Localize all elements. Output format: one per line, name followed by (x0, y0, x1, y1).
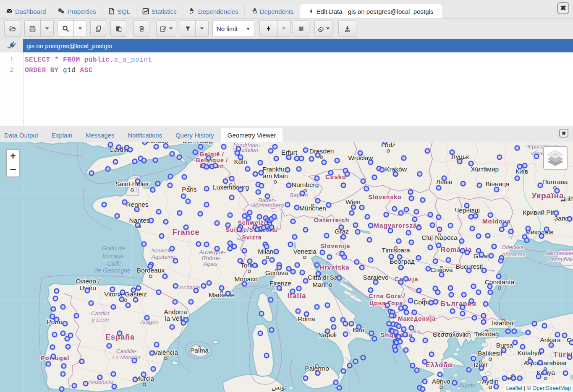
svg-text:Македонија: Македонија (398, 315, 436, 322)
svg-text:Andorra: Andorra (164, 308, 187, 315)
svg-text:Київ: Київ (515, 168, 528, 175)
svg-text:Aragón: Aragón (140, 319, 159, 325)
svg-text:Вінниця: Вінниця (486, 180, 510, 187)
svg-text:Dresden: Dresden (309, 148, 334, 155)
svg-text:Alpes: Alpes (203, 261, 217, 267)
svg-text:Bayern: Bayern (290, 192, 308, 198)
svg-text:Rhône-: Rhône- (202, 255, 221, 261)
svg-text:Balıkesir: Balıkesir (478, 350, 502, 357)
svg-text:Житомир: Житомир (471, 166, 499, 173)
svg-text:Svizra: Svizra (242, 234, 262, 241)
svg-text:Θεσσαλονίκη: Θεσσαλονίκη (433, 331, 471, 338)
svg-text:Monaco: Monaco (234, 275, 257, 283)
svg-text:Cluj-Napoca: Cluj-Napoca (421, 234, 458, 241)
svg-text:Venezia: Venezia (293, 248, 317, 255)
svg-text:Luxembourg: Luxembourg (213, 184, 249, 191)
svg-text:Αθήνα: Αθήνα (432, 378, 450, 385)
svg-text:- Golfe: - Golfe (103, 260, 122, 267)
svg-text:de Gascogne: de Gascogne (94, 267, 131, 274)
svg-text:Auvergne-: Auvergne- (199, 249, 226, 255)
svg-text:Vizcaya: Vizcaya (102, 253, 124, 260)
svg-text:Автономна: Автономна (545, 250, 573, 256)
svg-text:Timișoara: Timișoara (382, 247, 410, 254)
svg-text:Slovenija: Slovenija (321, 243, 350, 249)
svg-text:Crna Gora /: Crna Gora / (369, 293, 405, 299)
svg-text:Paris: Paris (182, 186, 197, 193)
svg-text:Castilla-: Castilla- (116, 348, 137, 354)
svg-text:Београд: Београд (390, 258, 414, 265)
svg-text:Genova: Genova (265, 269, 288, 276)
svg-text:Республіка: Республіка (548, 256, 573, 262)
svg-text:Magyarország: Magyarország (374, 222, 421, 229)
svg-text:область: область (502, 251, 525, 257)
svg-text:Αιγαίο: Αιγαίο (458, 382, 476, 389)
svg-text:Кривий Ріг: Кривий Ріг (523, 209, 555, 216)
svg-text:Ελλάδα: Ελλάδα (426, 361, 453, 369)
svg-text:Tekirdağ: Tekirdağ (474, 330, 499, 337)
svg-text:Italia: Italia (288, 292, 306, 300)
svg-text:y León: y León (92, 317, 109, 323)
svg-text:Österreich: Österreich (314, 216, 349, 223)
svg-text:València: València (154, 349, 178, 356)
svg-text:تونس: تونس (272, 384, 287, 391)
svg-text:Marino: Marino (312, 281, 332, 288)
svg-text:am Main: am Main (263, 172, 288, 179)
svg-text:Oviedo /: Oviedo / (76, 278, 100, 285)
svg-text:Württemberg: Württemberg (251, 202, 284, 208)
svg-text:Slovensko: Slovensko (368, 194, 401, 200)
svg-text:Castilla: Castilla (91, 310, 110, 317)
svg-text:Hrvatska: Hrvatska (319, 264, 349, 271)
svg-text:Frankfurt: Frankfurt (262, 166, 289, 173)
svg-text:Aquitaine: Aquitaine (151, 254, 175, 260)
svg-text:Marseille: Marseille (209, 291, 235, 299)
svg-text:Kütahya: Kütahya (518, 349, 542, 356)
svg-text:Golfo de: Golfo de (102, 245, 125, 252)
svg-text:Nürnberg: Nürnberg (292, 181, 319, 188)
svg-text:Den Haag: Den Haag (183, 142, 212, 144)
svg-text:Palma: Palma (190, 347, 209, 354)
svg-text:Одеська: Одеська (501, 244, 524, 250)
svg-text:Полтава: Полтава (542, 178, 568, 185)
svg-text:Città di San: Città di San (308, 274, 341, 281)
svg-text:Vitoria-Gasteiz: Vitoria-Gasteiz (104, 291, 147, 298)
svg-text:Saint Helier: Saint Helier (115, 180, 149, 187)
svg-text:Nantes: Nantes (129, 217, 149, 224)
svg-text:İstanbul: İstanbul (492, 319, 515, 327)
svg-text:München: München (299, 205, 326, 212)
